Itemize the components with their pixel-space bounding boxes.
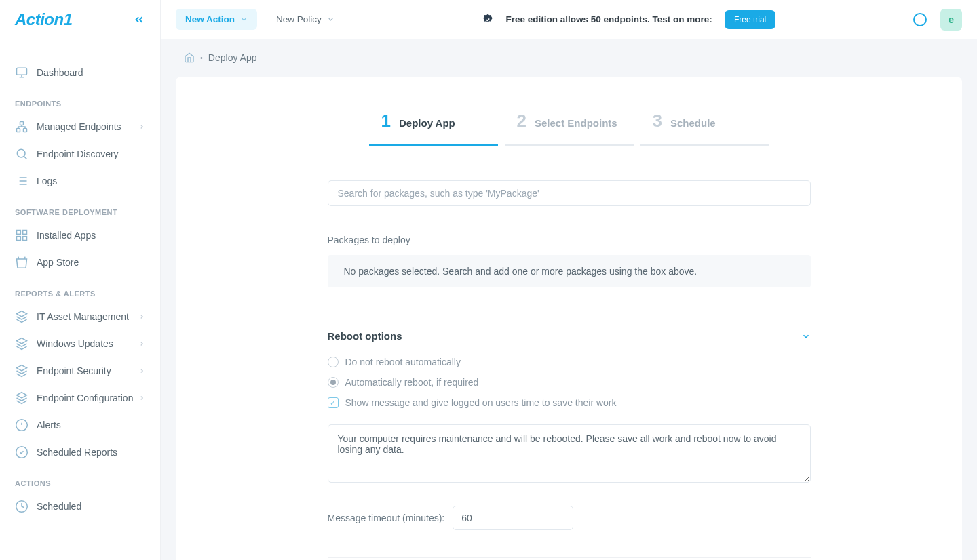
no-packages-message: No packages selected. Search and add one… bbox=[328, 255, 811, 287]
checkbox[interactable]: ✓ bbox=[328, 397, 339, 408]
nav-label: Scheduled bbox=[37, 501, 81, 512]
nav-label: Dashboard bbox=[37, 67, 83, 78]
topbar-message: Free edition allows 50 endpoints. Test o… bbox=[353, 10, 904, 29]
svg-rect-7 bbox=[17, 237, 21, 241]
avatar[interactable]: e bbox=[940, 9, 962, 31]
nav-section-software: SOFTWARE DEPLOYMENT bbox=[0, 195, 160, 222]
logo[interactable]: Action1 bbox=[15, 10, 73, 29]
nav-section-endpoints: ENDPOINTS bbox=[0, 86, 160, 113]
chevron-right-icon bbox=[138, 313, 145, 320]
nav-label: Managed Endpoints bbox=[37, 121, 121, 132]
nav-label: Logs bbox=[37, 176, 57, 186]
reboot-option-auto[interactable]: Automatically reboot, if required bbox=[328, 377, 811, 388]
reboot-options-header[interactable]: Reboot options bbox=[328, 330, 811, 342]
nav-section-reports: REPORTS & ALERTS bbox=[0, 276, 160, 303]
divider bbox=[328, 315, 811, 315]
dashboard-icon bbox=[15, 66, 28, 79]
topbar-right: e bbox=[913, 9, 962, 31]
packages-to-deploy-label: Packages to deploy bbox=[328, 235, 811, 245]
tab-deploy-app[interactable]: 1 Deploy App bbox=[369, 111, 498, 146]
tab-number: 2 bbox=[517, 111, 526, 132]
radio-button[interactable] bbox=[328, 377, 339, 388]
bag-icon bbox=[15, 256, 28, 269]
tab-schedule[interactable]: 3 Schedule bbox=[640, 111, 769, 146]
grid-icon bbox=[15, 228, 28, 242]
search-icon bbox=[15, 147, 28, 161]
sidebar-item-installed-apps[interactable]: Installed Apps bbox=[0, 222, 160, 249]
breadcrumb-current: Deploy App bbox=[208, 52, 257, 63]
new-action-button[interactable]: New Action bbox=[176, 9, 257, 30]
nav-label: Scheduled Reports bbox=[37, 447, 117, 458]
nav-label: App Store bbox=[37, 257, 79, 268]
nav-label: Alerts bbox=[37, 420, 61, 431]
sidebar-item-dashboard[interactable]: Dashboard bbox=[0, 59, 160, 86]
radio-label: Automatically reboot, if required bbox=[345, 377, 479, 388]
timeout-row: Message timeout (minutes): bbox=[328, 506, 811, 530]
edition-message: Free edition allows 50 endpoints. Test o… bbox=[506, 14, 712, 24]
chevron-right-icon bbox=[138, 340, 145, 347]
nav-label: Installed Apps bbox=[37, 230, 96, 241]
topbar: New Action New Policy Free edition allow… bbox=[161, 0, 977, 39]
sidebar: Action1 Dashboard ENDPOINTS Managed Endp… bbox=[0, 0, 161, 560]
list-icon bbox=[15, 174, 28, 188]
reboot-message-textarea[interactable] bbox=[328, 424, 811, 483]
svg-rect-3 bbox=[24, 129, 27, 132]
nav-label: Windows Updates bbox=[37, 338, 113, 349]
help-icon[interactable] bbox=[913, 13, 927, 26]
timeout-input[interactable] bbox=[453, 506, 573, 530]
content: • Deploy App 1 Deploy App 2 Select Endpo… bbox=[161, 39, 977, 560]
svg-rect-5 bbox=[17, 231, 21, 235]
tab-label: Schedule bbox=[670, 117, 716, 129]
clock-icon bbox=[15, 500, 28, 513]
sidebar-item-endpoint-configuration[interactable]: Endpoint Configuration bbox=[0, 384, 160, 412]
main: New Action New Policy Free edition allow… bbox=[161, 0, 977, 560]
verified-icon bbox=[482, 14, 494, 26]
reboot-options-title: Reboot options bbox=[328, 330, 402, 342]
breadcrumb-separator: • bbox=[200, 54, 203, 62]
sidebar-item-endpoint-discovery[interactable]: Endpoint Discovery bbox=[0, 140, 160, 167]
new-policy-button[interactable]: New Policy bbox=[267, 9, 344, 30]
button-label: New Policy bbox=[276, 14, 322, 24]
nav-label: Endpoint Security bbox=[37, 365, 111, 376]
tab-number: 3 bbox=[653, 111, 662, 132]
check-circle-icon bbox=[15, 445, 28, 459]
tab-select-endpoints[interactable]: 2 Select Endpoints bbox=[505, 111, 634, 146]
tab-label: Select Endpoints bbox=[535, 117, 617, 129]
reboot-option-no-auto[interactable]: Do not reboot automatically bbox=[328, 357, 811, 367]
layers-icon bbox=[15, 337, 28, 351]
collapse-sidebar-button[interactable] bbox=[133, 14, 145, 26]
sidebar-item-it-asset[interactable]: IT Asset Management bbox=[0, 303, 160, 330]
free-trial-button[interactable]: Free trial bbox=[725, 10, 775, 29]
wizard-tabs: 1 Deploy App 2 Select Endpoints 3 Schedu… bbox=[216, 111, 921, 146]
chevron-double-left-icon bbox=[133, 14, 145, 26]
chevron-down-icon bbox=[240, 16, 248, 23]
radio-button[interactable] bbox=[328, 357, 339, 367]
sidebar-header: Action1 bbox=[0, 0, 160, 39]
nav-label: Endpoint Configuration bbox=[37, 393, 133, 403]
chevron-right-icon bbox=[138, 123, 145, 130]
package-search-input[interactable] bbox=[328, 180, 811, 206]
sidebar-item-managed-endpoints[interactable]: Managed Endpoints bbox=[0, 113, 160, 140]
sidebar-item-endpoint-security[interactable]: Endpoint Security bbox=[0, 357, 160, 384]
home-icon[interactable] bbox=[184, 52, 195, 63]
sidebar-item-scheduled[interactable]: Scheduled bbox=[0, 493, 160, 520]
nav-label: Endpoint Discovery bbox=[37, 148, 119, 159]
show-message-checkbox-row[interactable]: ✓ Show message and give logged on users … bbox=[328, 397, 811, 408]
network-icon bbox=[15, 120, 28, 134]
sidebar-item-logs[interactable]: Logs bbox=[0, 167, 160, 195]
sidebar-item-scheduled-reports[interactable]: Scheduled Reports bbox=[0, 439, 160, 466]
timeout-label: Message timeout (minutes): bbox=[328, 513, 445, 523]
sidebar-nav: Dashboard ENDPOINTS Managed Endpoints En… bbox=[0, 39, 160, 560]
sidebar-item-alerts[interactable]: Alerts bbox=[0, 412, 160, 439]
chevron-down-icon bbox=[801, 332, 811, 341]
sidebar-item-app-store[interactable]: App Store bbox=[0, 249, 160, 276]
breadcrumb: • Deploy App bbox=[161, 39, 977, 77]
divider bbox=[328, 557, 811, 558]
checkbox-label: Show message and give logged on users ti… bbox=[345, 397, 617, 408]
chevron-down-icon bbox=[327, 16, 334, 23]
sidebar-item-windows-updates[interactable]: Windows Updates bbox=[0, 330, 160, 357]
layers-icon bbox=[15, 391, 28, 405]
svg-rect-6 bbox=[23, 231, 27, 235]
svg-rect-1 bbox=[20, 122, 24, 125]
svg-point-4 bbox=[17, 149, 25, 157]
